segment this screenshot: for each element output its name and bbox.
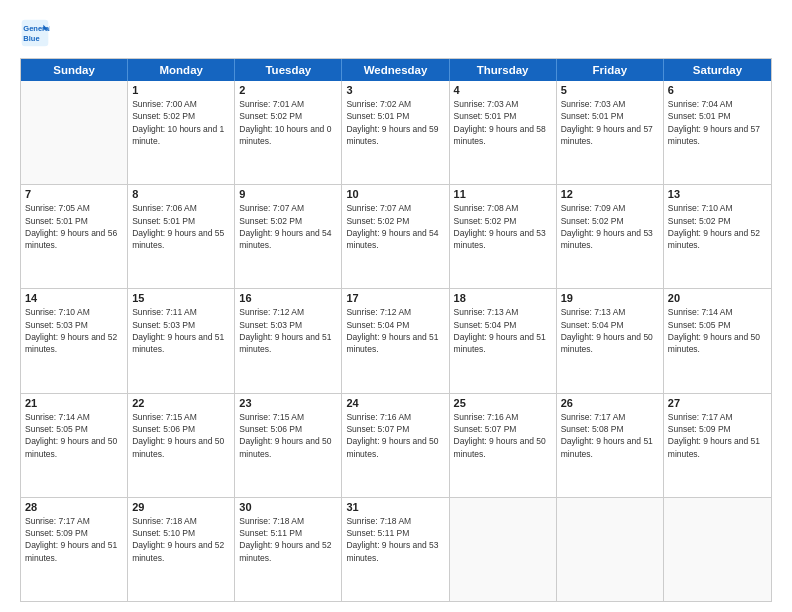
- page-header: General Blue: [20, 18, 772, 48]
- calendar: SundayMondayTuesdayWednesdayThursdayFrid…: [20, 58, 772, 602]
- day-cell-23: 23Sunrise: 7:15 AMSunset: 5:06 PMDayligh…: [235, 394, 342, 497]
- cell-info: Sunrise: 7:18 AMSunset: 5:11 PMDaylight:…: [346, 515, 444, 564]
- cell-info: Sunrise: 7:03 AMSunset: 5:01 PMDaylight:…: [561, 98, 659, 147]
- day-cell-29: 29Sunrise: 7:18 AMSunset: 5:10 PMDayligh…: [128, 498, 235, 601]
- cell-info: Sunrise: 7:03 AMSunset: 5:01 PMDaylight:…: [454, 98, 552, 147]
- empty-cell: [664, 498, 771, 601]
- day-number: 16: [239, 292, 337, 304]
- day-cell-31: 31Sunrise: 7:18 AMSunset: 5:11 PMDayligh…: [342, 498, 449, 601]
- calendar-week-1: 1Sunrise: 7:00 AMSunset: 5:02 PMDaylight…: [21, 81, 771, 185]
- header-cell-monday: Monday: [128, 59, 235, 81]
- cell-info: Sunrise: 7:05 AMSunset: 5:01 PMDaylight:…: [25, 202, 123, 251]
- day-number: 18: [454, 292, 552, 304]
- header-cell-thursday: Thursday: [450, 59, 557, 81]
- day-number: 1: [132, 84, 230, 96]
- day-cell-14: 14Sunrise: 7:10 AMSunset: 5:03 PMDayligh…: [21, 289, 128, 392]
- day-number: 6: [668, 84, 767, 96]
- day-number: 29: [132, 501, 230, 513]
- calendar-page: General Blue SundayMondayTuesdayWednesda…: [0, 0, 792, 612]
- calendar-header-row: SundayMondayTuesdayWednesdayThursdayFrid…: [21, 59, 771, 81]
- day-number: 28: [25, 501, 123, 513]
- cell-info: Sunrise: 7:07 AMSunset: 5:02 PMDaylight:…: [239, 202, 337, 251]
- header-cell-friday: Friday: [557, 59, 664, 81]
- day-number: 8: [132, 188, 230, 200]
- day-number: 7: [25, 188, 123, 200]
- empty-cell: [21, 81, 128, 184]
- day-cell-13: 13Sunrise: 7:10 AMSunset: 5:02 PMDayligh…: [664, 185, 771, 288]
- cell-info: Sunrise: 7:12 AMSunset: 5:04 PMDaylight:…: [346, 306, 444, 355]
- cell-info: Sunrise: 7:04 AMSunset: 5:01 PMDaylight:…: [668, 98, 767, 147]
- day-number: 26: [561, 397, 659, 409]
- day-number: 23: [239, 397, 337, 409]
- cell-info: Sunrise: 7:13 AMSunset: 5:04 PMDaylight:…: [561, 306, 659, 355]
- cell-info: Sunrise: 7:10 AMSunset: 5:02 PMDaylight:…: [668, 202, 767, 251]
- day-number: 30: [239, 501, 337, 513]
- cell-info: Sunrise: 7:16 AMSunset: 5:07 PMDaylight:…: [346, 411, 444, 460]
- day-cell-19: 19Sunrise: 7:13 AMSunset: 5:04 PMDayligh…: [557, 289, 664, 392]
- svg-text:Blue: Blue: [23, 34, 39, 43]
- calendar-week-5: 28Sunrise: 7:17 AMSunset: 5:09 PMDayligh…: [21, 498, 771, 601]
- day-cell-27: 27Sunrise: 7:17 AMSunset: 5:09 PMDayligh…: [664, 394, 771, 497]
- cell-info: Sunrise: 7:00 AMSunset: 5:02 PMDaylight:…: [132, 98, 230, 147]
- day-number: 14: [25, 292, 123, 304]
- day-cell-30: 30Sunrise: 7:18 AMSunset: 5:11 PMDayligh…: [235, 498, 342, 601]
- logo: General Blue: [20, 18, 54, 48]
- day-cell-16: 16Sunrise: 7:12 AMSunset: 5:03 PMDayligh…: [235, 289, 342, 392]
- cell-info: Sunrise: 7:13 AMSunset: 5:04 PMDaylight:…: [454, 306, 552, 355]
- day-cell-6: 6Sunrise: 7:04 AMSunset: 5:01 PMDaylight…: [664, 81, 771, 184]
- cell-info: Sunrise: 7:15 AMSunset: 5:06 PMDaylight:…: [132, 411, 230, 460]
- day-number: 3: [346, 84, 444, 96]
- cell-info: Sunrise: 7:17 AMSunset: 5:08 PMDaylight:…: [561, 411, 659, 460]
- cell-info: Sunrise: 7:02 AMSunset: 5:01 PMDaylight:…: [346, 98, 444, 147]
- day-cell-17: 17Sunrise: 7:12 AMSunset: 5:04 PMDayligh…: [342, 289, 449, 392]
- day-cell-3: 3Sunrise: 7:02 AMSunset: 5:01 PMDaylight…: [342, 81, 449, 184]
- day-cell-2: 2Sunrise: 7:01 AMSunset: 5:02 PMDaylight…: [235, 81, 342, 184]
- day-cell-7: 7Sunrise: 7:05 AMSunset: 5:01 PMDaylight…: [21, 185, 128, 288]
- cell-info: Sunrise: 7:06 AMSunset: 5:01 PMDaylight:…: [132, 202, 230, 251]
- day-cell-12: 12Sunrise: 7:09 AMSunset: 5:02 PMDayligh…: [557, 185, 664, 288]
- logo-icon: General Blue: [20, 18, 50, 48]
- day-cell-21: 21Sunrise: 7:14 AMSunset: 5:05 PMDayligh…: [21, 394, 128, 497]
- day-number: 15: [132, 292, 230, 304]
- day-number: 20: [668, 292, 767, 304]
- header-cell-wednesday: Wednesday: [342, 59, 449, 81]
- calendar-week-2: 7Sunrise: 7:05 AMSunset: 5:01 PMDaylight…: [21, 185, 771, 289]
- empty-cell: [557, 498, 664, 601]
- cell-info: Sunrise: 7:12 AMSunset: 5:03 PMDaylight:…: [239, 306, 337, 355]
- day-number: 5: [561, 84, 659, 96]
- day-number: 22: [132, 397, 230, 409]
- day-cell-5: 5Sunrise: 7:03 AMSunset: 5:01 PMDaylight…: [557, 81, 664, 184]
- day-cell-26: 26Sunrise: 7:17 AMSunset: 5:08 PMDayligh…: [557, 394, 664, 497]
- cell-info: Sunrise: 7:14 AMSunset: 5:05 PMDaylight:…: [668, 306, 767, 355]
- cell-info: Sunrise: 7:10 AMSunset: 5:03 PMDaylight:…: [25, 306, 123, 355]
- cell-info: Sunrise: 7:15 AMSunset: 5:06 PMDaylight:…: [239, 411, 337, 460]
- day-number: 12: [561, 188, 659, 200]
- day-number: 24: [346, 397, 444, 409]
- day-cell-24: 24Sunrise: 7:16 AMSunset: 5:07 PMDayligh…: [342, 394, 449, 497]
- cell-info: Sunrise: 7:01 AMSunset: 5:02 PMDaylight:…: [239, 98, 337, 147]
- cell-info: Sunrise: 7:18 AMSunset: 5:10 PMDaylight:…: [132, 515, 230, 564]
- day-number: 13: [668, 188, 767, 200]
- day-cell-18: 18Sunrise: 7:13 AMSunset: 5:04 PMDayligh…: [450, 289, 557, 392]
- day-cell-8: 8Sunrise: 7:06 AMSunset: 5:01 PMDaylight…: [128, 185, 235, 288]
- cell-info: Sunrise: 7:16 AMSunset: 5:07 PMDaylight:…: [454, 411, 552, 460]
- day-number: 31: [346, 501, 444, 513]
- day-number: 25: [454, 397, 552, 409]
- day-number: 19: [561, 292, 659, 304]
- cell-info: Sunrise: 7:07 AMSunset: 5:02 PMDaylight:…: [346, 202, 444, 251]
- day-cell-25: 25Sunrise: 7:16 AMSunset: 5:07 PMDayligh…: [450, 394, 557, 497]
- day-number: 10: [346, 188, 444, 200]
- day-number: 27: [668, 397, 767, 409]
- cell-info: Sunrise: 7:17 AMSunset: 5:09 PMDaylight:…: [25, 515, 123, 564]
- empty-cell: [450, 498, 557, 601]
- day-cell-1: 1Sunrise: 7:00 AMSunset: 5:02 PMDaylight…: [128, 81, 235, 184]
- calendar-week-3: 14Sunrise: 7:10 AMSunset: 5:03 PMDayligh…: [21, 289, 771, 393]
- day-number: 17: [346, 292, 444, 304]
- calendar-week-4: 21Sunrise: 7:14 AMSunset: 5:05 PMDayligh…: [21, 394, 771, 498]
- day-cell-15: 15Sunrise: 7:11 AMSunset: 5:03 PMDayligh…: [128, 289, 235, 392]
- day-cell-20: 20Sunrise: 7:14 AMSunset: 5:05 PMDayligh…: [664, 289, 771, 392]
- cell-info: Sunrise: 7:18 AMSunset: 5:11 PMDaylight:…: [239, 515, 337, 564]
- day-number: 21: [25, 397, 123, 409]
- day-number: 2: [239, 84, 337, 96]
- cell-info: Sunrise: 7:11 AMSunset: 5:03 PMDaylight:…: [132, 306, 230, 355]
